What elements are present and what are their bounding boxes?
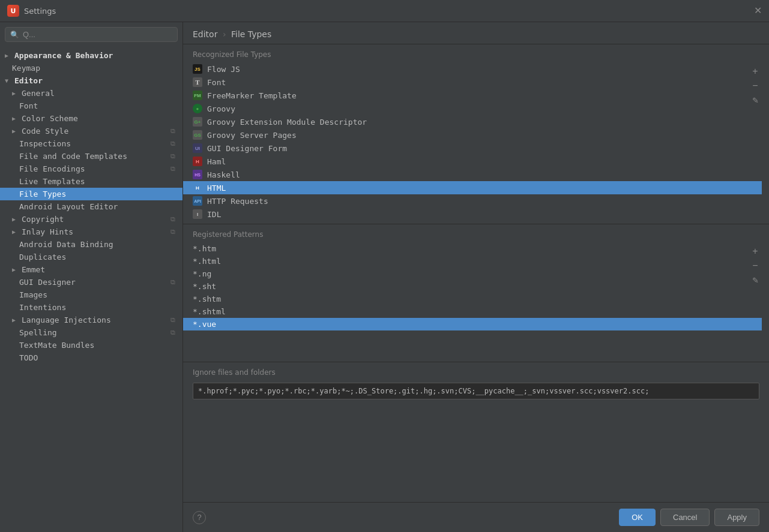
search-box[interactable]: 🔍 <box>5 27 178 42</box>
sidebar-item-label: Appearance & Behavior <box>14 51 113 60</box>
pattern-item-htm[interactable]: *.htm <box>183 242 762 255</box>
recognized-file-types-label: Recognized File Types <box>183 44 769 62</box>
sidebar-item-label: Intentions <box>19 303 66 312</box>
pattern-item-sht[interactable]: *.sht <box>183 280 762 293</box>
remove-pattern-button[interactable]: − <box>749 259 762 272</box>
sidebar-item-label: Duplicates <box>19 253 66 262</box>
sidebar-item-file-encodings[interactable]: File Encodings ⧉ <box>0 163 182 175</box>
sidebar-item-code-style[interactable]: ▶ Code Style ⧉ <box>0 125 182 137</box>
title-bar: U Settings ✕ <box>0 0 769 22</box>
sidebar-item-emmet[interactable]: ▶ Emmet <box>0 263 182 276</box>
sidebar-item-android-data-binding[interactable]: Android Data Binding <box>0 238 182 251</box>
sidebar-item-gui-designer[interactable]: GUI Designer ⧉ <box>0 276 182 288</box>
sidebar-item-label: Inlay Hints <box>22 227 73 236</box>
sidebar-tree: ▶ Appearance & Behavior Keymap ▼ Editor … <box>0 47 182 366</box>
sidebar-item-label: Android Layout Editor <box>19 202 118 211</box>
patterns-action-buttons: + − ✎ <box>749 242 762 287</box>
sidebar-item-color-scheme[interactable]: ▶ Color Scheme <box>0 112 182 125</box>
sidebar-item-intentions[interactable]: Intentions <box>0 301 182 314</box>
sidebar-item-label: File Encodings <box>19 164 85 173</box>
file-type-idl[interactable]: I IDL <box>183 208 762 221</box>
sidebar-item-images[interactable]: Images <box>0 288 182 301</box>
file-type-name: Flow JS <box>207 65 240 74</box>
copy-icon: ⧉ <box>170 165 175 173</box>
sidebar-item-label: Color Scheme <box>22 114 78 123</box>
pattern-item-shtm[interactable]: *.shtm <box>183 293 762 305</box>
sidebar-item-inspections[interactable]: Inspections ⧉ <box>0 137 182 150</box>
sidebar-item-inlay-hints[interactable]: ▶ Inlay Hints ⧉ <box>0 226 182 238</box>
sidebar-item-font[interactable]: Font <box>0 100 182 112</box>
registered-patterns-label: Registered Patterns <box>183 224 769 242</box>
file-types-action-buttons: + − ✎ <box>749 62 762 107</box>
pattern-item-ng[interactable]: *.ng <box>183 267 762 280</box>
bottom-bar: ? OK Cancel Apply <box>183 502 769 532</box>
sidebar-item-label: Emmet <box>22 265 45 274</box>
sidebar-item-textmate-bundles[interactable]: TextMate Bundles <box>0 339 182 351</box>
sidebar-item-editor[interactable]: ▼ Editor <box>0 74 182 87</box>
breadcrumb-part-1: Editor <box>193 29 217 39</box>
sidebar-item-duplicates[interactable]: Duplicates <box>0 251 182 263</box>
file-type-html[interactable]: H HTML <box>183 181 762 194</box>
file-type-haskell[interactable]: HS Haskell <box>183 168 762 181</box>
ignore-input[interactable] <box>193 383 759 399</box>
copy-icon: ⧉ <box>170 278 175 286</box>
expand-arrow: ▶ <box>12 128 19 134</box>
sidebar-item-copyright[interactable]: ▶ Copyright ⧉ <box>0 213 182 226</box>
file-type-groovy-server[interactable]: GS Groovy Server Pages <box>183 128 762 142</box>
sidebar-item-live-templates[interactable]: Live Templates <box>0 175 182 188</box>
pattern-item-html[interactable]: *.html <box>183 255 762 267</box>
close-button[interactable]: ✕ <box>754 6 762 16</box>
sidebar-item-label: Editor <box>14 76 43 85</box>
gui-designer-icon: UI <box>193 143 202 153</box>
help-button[interactable]: ? <box>193 511 206 524</box>
copy-icon: ⧉ <box>170 215 175 223</box>
sidebar-item-appearance[interactable]: ▶ Appearance & Behavior <box>0 49 182 62</box>
sidebar-item-general[interactable]: ▶ General <box>0 87 182 100</box>
sidebar-item-label: Spelling <box>19 328 57 337</box>
sidebar-item-keymap[interactable]: Keymap <box>0 62 182 74</box>
apply-button[interactable]: Apply <box>714 509 759 526</box>
right-panel: Editor › File Types Recognized File Type… <box>183 22 769 532</box>
file-type-groovy[interactable]: ● Groovy <box>183 102 762 115</box>
file-type-font[interactable]: T Font <box>183 76 762 89</box>
add-file-type-button[interactable]: + <box>749 65 762 78</box>
expand-arrow: ▶ <box>12 317 19 323</box>
sidebar-item-spelling[interactable]: Spelling ⧉ <box>0 326 182 339</box>
file-type-haml[interactable]: H Haml <box>183 155 762 168</box>
sidebar-item-language-injections[interactable]: ▶ Language Injections ⧉ <box>0 314 182 326</box>
sidebar-item-todo[interactable]: TODO <box>0 351 182 364</box>
search-icon: 🔍 <box>10 31 19 39</box>
expand-arrow: ▶ <box>12 90 19 97</box>
sidebar-item-label: Font <box>19 101 38 110</box>
copy-icon: ⧉ <box>170 127 175 135</box>
sidebar-item-android-layout[interactable]: Android Layout Editor <box>0 200 182 213</box>
sidebar-item-label: File and Code Templates <box>19 152 127 161</box>
pattern-item-vue[interactable]: *.vue <box>183 318 762 330</box>
remove-file-type-button[interactable]: − <box>749 79 762 92</box>
recognized-file-types-panel: Recognized File Types JS Flow JS T Font <box>183 44 769 224</box>
file-type-flow-js[interactable]: JS Flow JS <box>183 62 762 76</box>
pattern-item-shtml[interactable]: *.shtml <box>183 305 762 318</box>
html-icon: H <box>193 183 202 193</box>
panel-content: Recognized File Types JS Flow JS T Font <box>183 44 769 502</box>
dialog-buttons: OK Cancel Apply <box>619 509 759 526</box>
file-type-gui-designer[interactable]: UI GUI Designer Form <box>183 142 762 155</box>
sidebar-item-label: TextMate Bundles <box>19 341 94 350</box>
file-type-name: Haml <box>207 157 226 166</box>
cancel-button[interactable]: Cancel <box>660 509 710 526</box>
add-pattern-button[interactable]: + <box>749 245 762 258</box>
sidebar-item-file-code-templates[interactable]: File and Code Templates ⧉ <box>0 150 182 163</box>
sidebar: 🔍 ▶ Appearance & Behavior Keymap ▼ Edito… <box>0 22 183 532</box>
file-type-http-requests[interactable]: API HTTP Requests <box>183 194 762 208</box>
sidebar-item-label: General <box>22 89 55 98</box>
idl-icon: I <box>193 209 202 219</box>
sidebar-item-file-types[interactable]: File Types <box>0 188 182 200</box>
file-type-name: Groovy Extension Module Descriptor <box>207 118 367 127</box>
ok-button[interactable]: OK <box>619 509 656 526</box>
breadcrumb-part-2: File Types <box>231 29 271 39</box>
edit-pattern-button[interactable]: ✎ <box>749 273 762 287</box>
search-input[interactable] <box>23 30 172 39</box>
file-type-groovy-ext[interactable]: G+ Groovy Extension Module Descriptor <box>183 115 762 128</box>
edit-file-type-button[interactable]: ✎ <box>749 94 762 107</box>
file-type-freemarker[interactable]: FM FreeMarker Template <box>183 89 762 102</box>
